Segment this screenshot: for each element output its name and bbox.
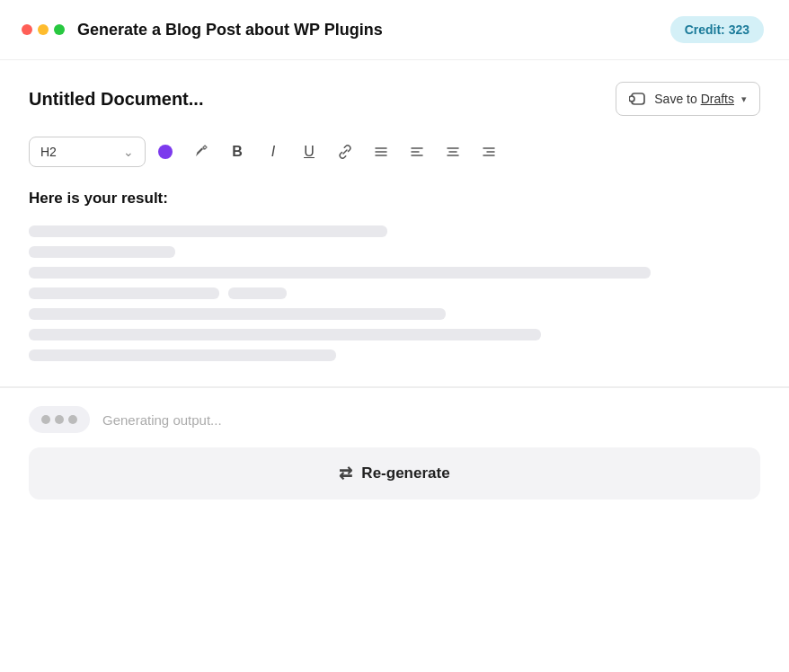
heading-select-value: H2 — [40, 145, 57, 159]
chevron-down-icon: ▾ — [741, 93, 747, 105]
generating-status: Generating output... — [29, 406, 760, 433]
result-heading: Here is your result: — [29, 190, 760, 208]
credit-badge: Credit: 323 — [670, 16, 764, 43]
toolbar: H2 ⌄ B I U — [29, 136, 760, 168]
skeleton-line-5 — [29, 308, 446, 320]
bold-button[interactable]: B — [221, 136, 253, 168]
save-to-drafts-button[interactable]: Save to Drafts ▾ — [616, 82, 760, 116]
align-left-button[interactable] — [401, 136, 433, 168]
doc-title: Untitled Document... — [29, 89, 203, 110]
top-bar-left: Generate a Blog Post about WP Plugins — [22, 21, 383, 40]
regenerate-label: Re-generate — [361, 464, 449, 482]
list-icon — [373, 144, 389, 160]
italic-button[interactable]: I — [257, 136, 289, 168]
dot-green — [54, 24, 65, 35]
skeleton-line-2 — [29, 246, 175, 258]
skeleton-line-1 — [29, 225, 387, 237]
link-icon — [337, 144, 353, 160]
skeleton-lines — [29, 225, 760, 361]
skeleton-line-4a — [29, 287, 219, 299]
loader-dot-2 — [55, 415, 64, 424]
svg-point-1 — [629, 96, 634, 102]
top-bar: Generate a Blog Post about WP Plugins Cr… — [0, 0, 789, 60]
skeleton-row-4 — [29, 287, 760, 299]
align-right-icon — [481, 144, 497, 160]
save-icon — [629, 90, 647, 108]
loader-dot-1 — [41, 415, 50, 424]
highlighter-button[interactable] — [185, 136, 217, 168]
regenerate-button[interactable]: ⇄ Re-generate — [29, 447, 760, 500]
heading-chevron-icon: ⌄ — [123, 145, 134, 159]
page-title: Generate a Blog Post about WP Plugins — [77, 21, 383, 40]
heading-select[interactable]: H2 ⌄ — [29, 137, 146, 167]
color-dot — [158, 145, 173, 159]
content-area: Here is your result: — [29, 190, 760, 368]
underline-icon: U — [304, 144, 315, 160]
doc-header: Untitled Document... Save to Drafts ▾ — [29, 82, 760, 116]
align-center-button[interactable] — [437, 136, 469, 168]
dot-red — [22, 24, 32, 35]
generating-area: Generating output... ⇄ Re-generate — [0, 387, 789, 517]
highlighter-icon — [193, 144, 209, 160]
skeleton-line-7 — [29, 349, 336, 361]
color-picker-button[interactable] — [149, 136, 182, 168]
generating-text: Generating output... — [102, 412, 222, 428]
list-button[interactable] — [365, 136, 397, 168]
align-left-icon — [409, 144, 425, 160]
skeleton-line-3 — [29, 267, 651, 279]
save-label: Save to Drafts — [654, 92, 734, 106]
bold-icon: B — [232, 144, 243, 160]
regen-arrows-icon: ⇄ — [339, 464, 352, 483]
link-button[interactable] — [329, 136, 361, 168]
document-area: Untitled Document... Save to Drafts ▾ H2… — [0, 60, 789, 387]
dots-loader — [29, 406, 90, 433]
save-svg-icon — [629, 90, 647, 108]
italic-icon: I — [271, 144, 275, 160]
align-center-icon — [445, 144, 461, 160]
underline-button[interactable]: U — [293, 136, 325, 168]
dot-yellow — [38, 24, 49, 35]
align-right-button[interactable] — [473, 136, 505, 168]
skeleton-line-6 — [29, 329, 541, 340]
skeleton-line-4b — [228, 287, 287, 299]
traffic-lights — [22, 24, 65, 35]
loader-dot-3 — [68, 415, 77, 424]
